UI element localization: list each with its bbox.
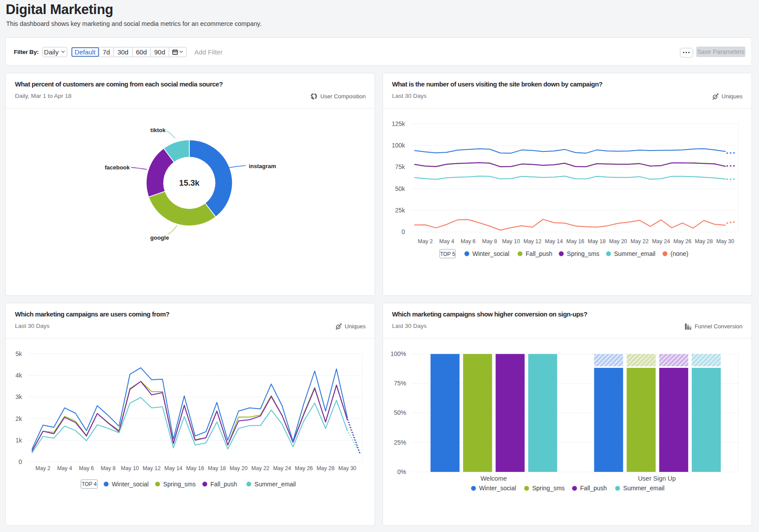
svg-text:1k: 1k xyxy=(15,437,22,444)
svg-text:Spring_sms: Spring_sms xyxy=(532,485,565,492)
svg-text:3k: 3k xyxy=(15,393,22,400)
svg-text:4k: 4k xyxy=(15,372,22,379)
svg-text:May 4: May 4 xyxy=(57,465,72,471)
svg-text:May 14: May 14 xyxy=(545,238,563,244)
svg-text:Winter_social: Winter_social xyxy=(473,250,510,257)
svg-text:15.3k: 15.3k xyxy=(179,178,200,187)
svg-text:tiktok: tiktok xyxy=(150,127,166,133)
svg-text:May 6: May 6 xyxy=(79,465,94,471)
svg-text:May 16: May 16 xyxy=(186,465,204,471)
svg-text:May 12: May 12 xyxy=(524,238,542,244)
svg-text:instagram: instagram xyxy=(249,163,276,169)
svg-text:75%: 75% xyxy=(394,380,406,387)
svg-text:May 16: May 16 xyxy=(566,238,584,244)
svg-text:May 24: May 24 xyxy=(652,238,670,244)
svg-text:May 30: May 30 xyxy=(716,238,734,244)
svg-text:Spring_sms: Spring_sms xyxy=(163,481,196,488)
svg-text:Fall_push: Fall_push xyxy=(210,481,237,488)
svg-text:50%: 50% xyxy=(394,409,406,416)
svg-text:Summer_email: Summer_email xyxy=(254,481,296,488)
svg-text:25k: 25k xyxy=(395,207,405,214)
svg-text:Spring_sms: Spring_sms xyxy=(567,250,600,257)
svg-text:May 12: May 12 xyxy=(143,465,161,471)
svg-text:May 4: May 4 xyxy=(439,238,454,244)
svg-text:0: 0 xyxy=(18,458,22,465)
svg-text:May 2: May 2 xyxy=(418,238,433,244)
svg-text:TOP 4: TOP 4 xyxy=(82,481,97,487)
svg-text:Welcome: Welcome xyxy=(481,475,507,482)
svg-text:Winter_social: Winter_social xyxy=(479,485,516,492)
svg-text:Fall_push: Fall_push xyxy=(580,485,607,492)
svg-text:2k: 2k xyxy=(15,415,22,422)
svg-text:May 22: May 22 xyxy=(251,465,269,471)
svg-text:May 26: May 26 xyxy=(295,465,313,471)
svg-text:May 28: May 28 xyxy=(317,465,335,471)
svg-text:Summer_email: Summer_email xyxy=(614,250,655,257)
svg-text:Fall_push: Fall_push xyxy=(526,250,553,257)
svg-text:Summer_email: Summer_email xyxy=(623,485,665,492)
svg-text:May 30: May 30 xyxy=(338,465,356,471)
svg-text:May 18: May 18 xyxy=(588,238,606,244)
svg-text:75k: 75k xyxy=(395,163,405,170)
svg-text:User Sign Up: User Sign Up xyxy=(638,475,676,482)
svg-text:Winter_social: Winter_social xyxy=(112,481,148,488)
svg-text:May 22: May 22 xyxy=(631,238,649,244)
svg-text:(none): (none) xyxy=(671,250,688,257)
svg-text:May 6: May 6 xyxy=(461,238,476,244)
svg-text:facebook: facebook xyxy=(105,164,130,171)
svg-text:May 10: May 10 xyxy=(121,465,139,471)
svg-text:May 8: May 8 xyxy=(101,465,116,471)
svg-text:May 20: May 20 xyxy=(609,238,627,244)
svg-text:May 26: May 26 xyxy=(673,238,691,244)
svg-text:0%: 0% xyxy=(397,468,406,475)
svg-text:100%: 100% xyxy=(390,350,406,357)
svg-text:125k: 125k xyxy=(392,120,405,127)
svg-text:May 10: May 10 xyxy=(502,238,520,244)
svg-text:google: google xyxy=(150,234,169,241)
svg-text:25%: 25% xyxy=(394,439,406,446)
svg-text:5k: 5k xyxy=(15,350,22,357)
svg-text:May 8: May 8 xyxy=(482,238,497,244)
svg-text:100k: 100k xyxy=(392,142,405,149)
svg-text:May 2: May 2 xyxy=(36,465,51,471)
svg-text:May 20: May 20 xyxy=(230,465,248,471)
svg-text:May 18: May 18 xyxy=(208,465,226,471)
svg-text:0: 0 xyxy=(401,228,405,235)
svg-text:TOP 5: TOP 5 xyxy=(440,251,455,257)
svg-text:May 14: May 14 xyxy=(164,465,182,471)
svg-text:May 24: May 24 xyxy=(273,465,291,471)
svg-text:50k: 50k xyxy=(395,185,405,192)
svg-text:May 28: May 28 xyxy=(695,238,713,244)
